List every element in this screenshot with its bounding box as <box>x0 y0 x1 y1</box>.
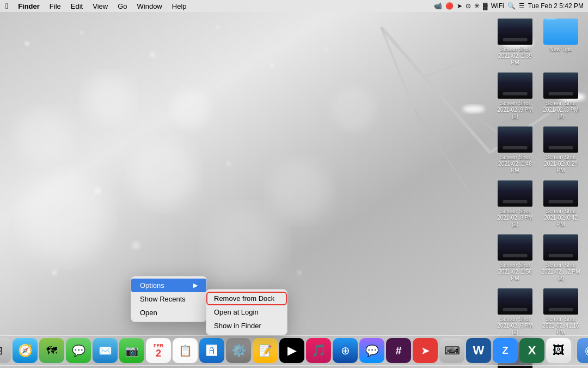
context-submenu-wrapper: Remove from Dock Open at Login Show in F… <box>207 289 287 335</box>
svg-point-7 <box>270 161 329 221</box>
menu-view[interactable]: View <box>88 2 112 11</box>
desktop-icon-screenshot9[interactable]: Screen Shot2021-02....2 PM (2) <box>539 232 583 284</box>
desktop-icon-screenshot1[interactable]: Screen Shot2021-02..1:39 PM <box>493 16 537 68</box>
desktop:  Finder File Edit View Go Window Help 📹… <box>0 0 588 368</box>
dock-word[interactable]: W <box>466 338 491 363</box>
svg-point-3 <box>16 109 71 164</box>
desktop-icon-screenshot3[interactable]: Screen Shot2021-02..3 PM (2) <box>539 70 583 122</box>
svg-point-26 <box>226 161 231 166</box>
svg-point-20 <box>80 31 83 34</box>
svg-point-5 <box>84 74 133 123</box>
ctx-show-recents[interactable]: Show Recents <box>131 292 206 306</box>
dock-keypad[interactable]: ⌨ <box>439 338 464 363</box>
spotify-icon: ⊙ <box>465 2 471 10</box>
dock-maps[interactable]: 🗺 <box>39 338 64 363</box>
ctx-open-at-login[interactable]: Open at Login <box>206 305 287 319</box>
arrow-icon: ▶ <box>193 282 198 289</box>
dock-notes[interactable]: 📝 <box>253 338 278 363</box>
svg-point-24 <box>325 47 328 51</box>
dock-reminders[interactable]: 📋 <box>173 338 198 363</box>
notification-icon: ☰ <box>519 2 525 10</box>
dock-send[interactable]: ➤ <box>413 338 438 363</box>
svg-point-19 <box>25 41 29 46</box>
menu-finder[interactable]: Finder <box>14 2 44 11</box>
menu-bar:  Finder File Edit View Go Window Help 📹… <box>0 0 588 12</box>
battery-icon: ▓ <box>483 2 488 10</box>
svg-point-18 <box>463 105 485 113</box>
svg-point-22 <box>216 26 219 29</box>
dock-launchpad[interactable]: ⊞ <box>0 338 11 363</box>
apple-menu-icon[interactable]:  <box>5 2 8 10</box>
arrow-icon: ➤ <box>457 2 462 10</box>
dock-facetime[interactable]: 📷 <box>119 338 144 363</box>
dock-messages[interactable]: 💬 <box>66 338 91 363</box>
meet-icon: 📹 <box>434 2 442 10</box>
desktop-icon-screenshot2[interactable]: Screen Shot2021-02..9 PM (2) <box>493 70 537 122</box>
desktop-icon-screenshot5[interactable]: Screen Shot2021-02..0:29 PM <box>539 124 583 176</box>
menu-help[interactable]: Help <box>168 2 191 11</box>
desktop-icon-screenshot11[interactable]: Screen Shot2021-02..41:16 PM <box>539 286 583 338</box>
svg-point-2 <box>131 142 196 207</box>
context-submenu: Remove from Dock Open at Login Show in F… <box>206 289 287 335</box>
dock-photos[interactable]: 🖼 <box>546 338 571 363</box>
desktop-icon-new-tips[interactable]: New Tips <box>539 16 583 68</box>
desktop-icon-screenshot8[interactable]: Screen Shot2021-02..1:56 PM <box>493 232 537 284</box>
menu-items: Finder File Edit View Go Window Help <box>14 2 191 11</box>
svg-point-28 <box>52 270 57 275</box>
dock-appstore[interactable]: 🅰 <box>199 338 224 363</box>
svg-point-8 <box>332 87 376 131</box>
svg-line-9 <box>381 27 490 153</box>
ctx-options[interactable]: Options ▶ <box>131 279 206 292</box>
svg-point-6 <box>171 90 210 128</box>
svg-point-23 <box>270 63 274 68</box>
menubar-right: 📹 🔴 ➤ ⊙ ✳ ▓ WiFi 🔍 ☰ Tue Feb 2 5:42 PM <box>434 2 584 10</box>
svg-point-29 <box>297 270 302 275</box>
svg-point-25 <box>95 188 101 194</box>
ctx-show-in-finder[interactable]: Show in Finder <box>206 319 287 333</box>
dock-music[interactable]: 🎵 <box>306 338 331 363</box>
dock-zoom[interactable]: Z <box>493 338 518 363</box>
svg-line-14 <box>381 27 414 109</box>
menu-go[interactable]: Go <box>113 2 131 11</box>
dock-slack[interactable]: # <box>386 338 411 363</box>
datetime: Tue Feb 2 5:42 PM <box>528 2 584 10</box>
svg-point-27 <box>132 242 140 249</box>
dock-control-center[interactable]: ◉ <box>577 338 588 363</box>
dock: ⊞ 🧭 🗺 💬 ✉️ 📷 FEB 2 📋 🅰 ⚙️ 📝 <box>0 335 588 366</box>
dock-appstore2[interactable]: ⊕ <box>333 338 358 363</box>
dock-messenger[interactable]: 💬 <box>359 338 384 363</box>
dock-separator <box>574 340 574 361</box>
dock-mail[interactable]: ✉️ <box>93 338 118 363</box>
wifi-icon: WiFi <box>491 2 504 10</box>
svg-point-1 <box>22 174 109 262</box>
wireless-icon: 🔴 <box>445 2 454 10</box>
bluetooth-icon: ✳ <box>474 2 480 10</box>
context-menu: Options ▶ Show Recents Open Remove from … <box>131 276 287 335</box>
search-icon[interactable]: 🔍 <box>507 2 516 10</box>
ctx-open[interactable]: Open <box>131 306 206 319</box>
svg-point-4 <box>207 207 283 283</box>
dock-safari[interactable]: 🧭 <box>13 338 38 363</box>
desktop-icon-screenshot6[interactable]: Screen Shot2021-02..8 PM (2) <box>493 178 537 230</box>
dock-calendar[interactable]: FEB 2 <box>146 338 171 363</box>
dock-appletv[interactable]: ▶ <box>279 338 304 363</box>
dock-system-preferences[interactable]: ⚙️ <box>226 338 251 363</box>
context-menu-main: Options ▶ Show Recents Open <box>131 276 207 322</box>
desktop-icon-screenshot4[interactable]: Screen Shot2021-02..1:48 PM <box>493 124 537 176</box>
desktop-icon-screenshot10[interactable]: Screen Shot2021-02..6 PM (2) <box>493 286 537 338</box>
menu-edit[interactable]: Edit <box>66 2 87 11</box>
svg-point-21 <box>150 52 155 57</box>
menu-file[interactable]: File <box>45 2 65 11</box>
desktop-icons: Screen Shot2021-02..1:39 PM New Tips Scr… <box>493 16 583 368</box>
dock-excel[interactable]: X <box>519 338 544 363</box>
desktop-icon-screenshot7[interactable]: Screen Shot2021-02..0:42 PM <box>539 178 583 230</box>
menu-window[interactable]: Window <box>133 2 167 11</box>
svg-line-15 <box>414 109 468 191</box>
ctx-remove-from-dock[interactable]: Remove from Dock <box>206 292 287 305</box>
